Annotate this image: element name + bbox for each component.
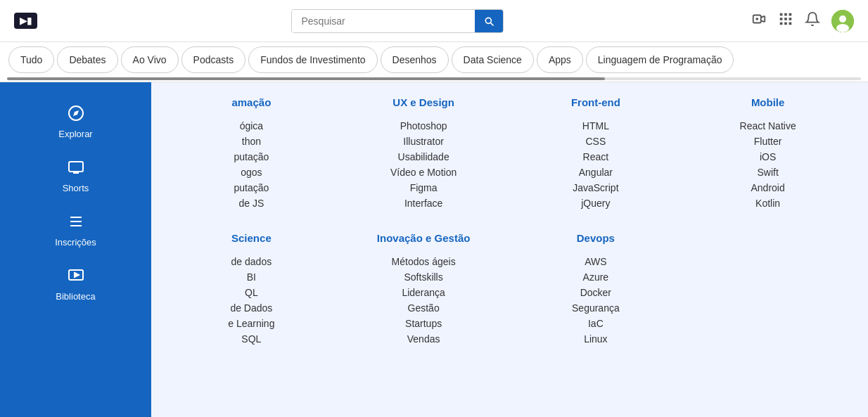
svg-rect-10 bbox=[789, 23, 792, 25]
category-col-devops: DevopsAWSAzureDockerSegurançaIaCLinux bbox=[517, 232, 675, 347]
list-item[interactable]: Usabilidade bbox=[345, 149, 503, 165]
category-col-title-ux-design: UX e Design bbox=[345, 96, 503, 108]
list-item[interactable]: Figma bbox=[345, 180, 503, 195]
svg-rect-8 bbox=[780, 23, 783, 25]
inscricoes-icon bbox=[68, 213, 84, 234]
category-bar: TudoDebatesAo VivoPodcastsFundos de Inve… bbox=[0, 42, 868, 82]
svg-rect-6 bbox=[784, 18, 787, 20]
list-item[interactable]: Linux bbox=[517, 331, 675, 347]
list-item[interactable]: Android bbox=[689, 180, 847, 195]
category-item-desenhos[interactable]: Desenhos bbox=[381, 46, 449, 73]
svg-rect-16 bbox=[69, 162, 83, 172]
biblioteca-icon bbox=[68, 267, 84, 288]
category-item-podcasts[interactable]: Podcasts bbox=[181, 46, 246, 73]
sidebar-item-biblioteca[interactable]: Biblioteca bbox=[0, 259, 151, 310]
svg-rect-2 bbox=[780, 13, 783, 16]
list-item[interactable]: Angular bbox=[517, 165, 675, 180]
list-item[interactable]: thon bbox=[172, 134, 331, 149]
list-item[interactable]: SQL bbox=[172, 331, 331, 347]
list-item[interactable]: Kotlin bbox=[689, 195, 847, 211]
sidebar-item-label-shorts: Shorts bbox=[63, 183, 89, 193]
category-col-title-mobile: Mobile bbox=[689, 96, 847, 108]
category-item-tudo[interactable]: Tudo bbox=[8, 46, 54, 73]
sidebar-item-inscricoes[interactable]: Inscrições bbox=[0, 205, 151, 256]
video-icon: ▶▮ bbox=[20, 15, 32, 26]
list-item[interactable]: e Learning bbox=[172, 316, 331, 331]
video-add-icon[interactable] bbox=[751, 11, 767, 30]
list-item[interactable]: QL bbox=[172, 285, 331, 300]
list-item[interactable]: Flutter bbox=[689, 134, 847, 149]
list-item[interactable]: ogos bbox=[172, 165, 331, 180]
list-item[interactable]: Swift bbox=[689, 165, 847, 180]
list-item[interactable]: JavaScript bbox=[517, 180, 675, 195]
content-area: amaçãoógicathonputaçãoogosputaçãode JSUX… bbox=[151, 82, 868, 417]
list-item[interactable]: IaC bbox=[517, 316, 675, 331]
svg-point-13 bbox=[836, 24, 849, 32]
list-item[interactable]: React Native bbox=[689, 118, 847, 134]
category-item-fundos-de-investimento[interactable]: Fundos de Investimento bbox=[248, 46, 377, 73]
list-item[interactable]: React bbox=[517, 149, 675, 165]
list-item[interactable]: Liderança bbox=[345, 285, 503, 300]
list-item[interactable]: Interface bbox=[345, 195, 503, 211]
category-item-ao-vivo[interactable]: Ao Vivo bbox=[121, 46, 179, 73]
list-item[interactable]: Illustrator bbox=[345, 134, 503, 149]
category-col-title-programacao: amação bbox=[172, 96, 331, 108]
list-item[interactable]: Startups bbox=[345, 316, 503, 331]
list-item[interactable]: CSS bbox=[517, 134, 675, 149]
header: ▶▮ bbox=[0, 0, 868, 42]
list-item[interactable]: Métodos ágeis bbox=[345, 254, 503, 269]
list-item[interactable]: BI bbox=[172, 269, 331, 285]
category-item-data-science[interactable]: Data Science bbox=[452, 46, 534, 73]
list-item[interactable]: Gestão bbox=[345, 300, 503, 316]
search-button[interactable] bbox=[475, 10, 503, 32]
list-item[interactable]: Vendas bbox=[345, 331, 503, 347]
list-item[interactable]: de Dados bbox=[172, 300, 331, 316]
category-col-title-front-end: Front-end bbox=[517, 96, 675, 108]
category-item-debates[interactable]: Debates bbox=[57, 46, 117, 73]
apps-icon[interactable] bbox=[778, 11, 793, 30]
shorts-icon bbox=[68, 159, 84, 180]
category-col-title-inovacao-gestao: Inovação e Gestão bbox=[345, 232, 503, 244]
list-item[interactable]: Docker bbox=[517, 285, 675, 300]
svg-marker-23 bbox=[75, 273, 79, 277]
main-layout: Explorar Shorts Inscrições Biblioteca am… bbox=[0, 82, 868, 417]
category-col-title-devops: Devops bbox=[517, 232, 675, 244]
sidebar: Explorar Shorts Inscrições Biblioteca bbox=[0, 82, 151, 417]
logo-icon: ▶▮ bbox=[14, 13, 37, 29]
list-item[interactable]: Azure bbox=[517, 269, 675, 285]
list-item[interactable]: Softskills bbox=[345, 269, 503, 285]
sidebar-item-shorts[interactable]: Shorts bbox=[0, 150, 151, 202]
category-item-apps[interactable]: Apps bbox=[537, 46, 583, 73]
list-item[interactable]: HTML bbox=[517, 118, 675, 134]
categories-row-1: amaçãoógicathonputaçãoogosputaçãode JSUX… bbox=[172, 96, 847, 211]
category-col-programacao: amaçãoógicathonputaçãoogosputaçãode JS bbox=[172, 96, 331, 211]
bell-icon[interactable] bbox=[805, 11, 820, 30]
svg-rect-3 bbox=[784, 13, 787, 16]
list-item[interactable]: putação bbox=[172, 180, 331, 195]
list-item[interactable]: de JS bbox=[172, 195, 331, 211]
category-col-data-science: Sciencede dadosBIQLde Dadose LearningSQL bbox=[172, 232, 331, 347]
list-item[interactable]: de dados bbox=[172, 254, 331, 269]
sidebar-item-label-inscricoes: Inscrições bbox=[55, 237, 96, 248]
categories-row-2: Sciencede dadosBIQLde Dadose LearningSQL… bbox=[172, 232, 847, 347]
svg-rect-9 bbox=[784, 23, 787, 25]
category-col-ux-design: UX e DesignPhotoshopIllustratorUsabilida… bbox=[345, 96, 503, 211]
sidebar-item-explorar[interactable]: Explorar bbox=[0, 96, 151, 148]
list-item[interactable]: AWS bbox=[517, 254, 675, 269]
list-item[interactable]: Segurança bbox=[517, 300, 675, 316]
list-item[interactable]: Vídeo e Motion bbox=[345, 165, 503, 180]
svg-rect-7 bbox=[789, 18, 792, 20]
list-item[interactable]: putação bbox=[172, 149, 331, 165]
header-icons bbox=[751, 10, 854, 32]
logo-area: ▶▮ bbox=[14, 13, 43, 29]
list-item[interactable]: ógica bbox=[172, 118, 331, 134]
user-avatar-icon[interactable] bbox=[831, 10, 854, 32]
search-area bbox=[291, 9, 504, 33]
category-item-linguagem-de-programação[interactable]: Linguagem de Programação bbox=[586, 46, 734, 73]
list-item[interactable]: Photoshop bbox=[345, 118, 503, 134]
list-item[interactable]: iOS bbox=[689, 149, 847, 165]
list-item[interactable]: jQuery bbox=[517, 195, 675, 211]
search-input[interactable] bbox=[292, 10, 475, 32]
category-col-mobile: MobileReact NativeFlutteriOSSwiftAndroid… bbox=[689, 96, 847, 211]
svg-marker-15 bbox=[73, 110, 79, 116]
